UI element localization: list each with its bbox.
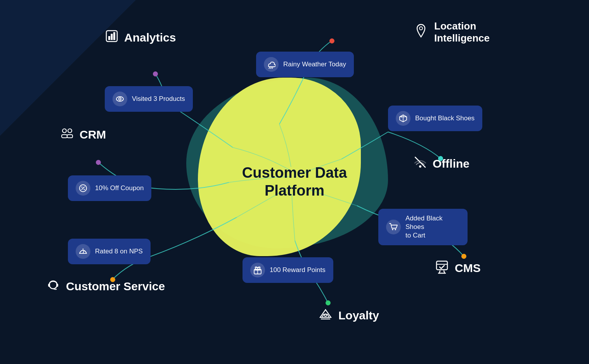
svg-point-11 <box>419 27 423 30</box>
dot-cms <box>461 254 466 259</box>
dot-loyalty <box>326 300 331 305</box>
location-text-2: Intelligence <box>434 32 490 44</box>
loyalty-label: Loyalty <box>318 307 379 324</box>
analytics-text: Analytics <box>124 31 176 44</box>
svg-point-21 <box>119 98 121 100</box>
svg-line-28 <box>269 68 270 69</box>
svg-point-25 <box>84 189 85 190</box>
location-text-1: Location <box>434 20 490 32</box>
customer-service-label: Customer Service <box>46 277 165 295</box>
crm-text: CRM <box>80 128 106 141</box>
svg-point-17 <box>324 314 327 316</box>
svg-point-24 <box>81 187 83 188</box>
bg-triangle <box>0 0 136 136</box>
rain-icon <box>264 57 279 72</box>
crm-icon <box>60 126 74 143</box>
svg-point-4 <box>62 129 66 133</box>
nps-card: Rated 8 on NPS <box>68 239 151 264</box>
analytics-label: Analytics <box>105 29 176 46</box>
coupon-text: 10% Off Coupon <box>95 184 144 192</box>
location-label: Location Intelligence <box>413 20 490 44</box>
svg-rect-9 <box>48 284 50 287</box>
visited-products-card: Visited 3 Products <box>105 86 193 112</box>
svg-line-30 <box>272 68 273 69</box>
box-icon <box>396 111 411 126</box>
svg-line-29 <box>270 68 271 69</box>
svg-rect-7 <box>67 135 73 138</box>
nps-icon <box>76 244 90 259</box>
crm-label: CRM <box>60 126 106 143</box>
dot-offline <box>438 156 443 161</box>
svg-point-35 <box>395 229 396 231</box>
coupon-card: 10% Off Coupon <box>68 175 151 201</box>
svg-rect-2 <box>111 34 113 40</box>
gift-icon <box>250 263 265 277</box>
added-cart-text: Added Black Shoes to Cart <box>405 214 460 240</box>
reward-points-card: 100 Reward Points <box>243 257 333 283</box>
dot-analytics <box>153 71 158 76</box>
visited-products-text: Visited 3 Products <box>132 95 185 103</box>
dot-cs <box>110 277 115 282</box>
added-cart-card: Added Black Shoes to Cart <box>378 209 468 245</box>
loyalty-text: Loyalty <box>338 309 379 322</box>
bought-shoes-text: Bought Black Shoes <box>415 114 475 123</box>
customer-service-text: Customer Service <box>66 280 165 293</box>
offline-icon <box>413 155 427 172</box>
reward-points-text: 100 Reward Points <box>270 266 326 274</box>
cms-icon <box>435 259 449 277</box>
customer-service-icon <box>46 277 61 295</box>
cms-text: CMS <box>455 262 481 275</box>
svg-point-34 <box>392 229 393 231</box>
svg-rect-1 <box>108 36 110 40</box>
bought-shoes-card: Bought Black Shoes <box>388 106 482 131</box>
dot-crm <box>96 160 101 165</box>
coupon-icon <box>76 181 90 196</box>
rainy-weather-card: Rainy Weather Today <box>256 52 354 77</box>
svg-rect-6 <box>62 135 67 138</box>
location-icon <box>413 23 429 42</box>
cms-label: CMS <box>435 259 481 277</box>
analytics-icon <box>105 29 119 46</box>
svg-rect-10 <box>56 284 58 287</box>
eye-icon <box>113 92 127 106</box>
dot-location <box>329 38 334 43</box>
nps-text: Rated 8 on NPS <box>95 247 143 256</box>
loyalty-icon <box>318 307 333 324</box>
svg-point-5 <box>68 129 72 133</box>
svg-rect-3 <box>113 32 115 40</box>
cart-icon <box>386 220 401 234</box>
svg-point-20 <box>116 97 123 101</box>
svg-point-13 <box>419 165 421 168</box>
rainy-weather-text: Rainy Weather Today <box>283 60 346 69</box>
